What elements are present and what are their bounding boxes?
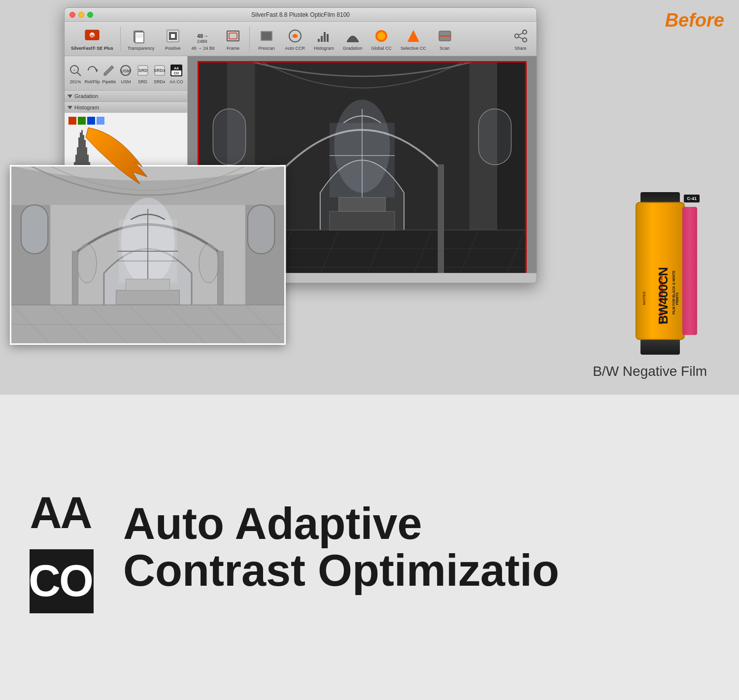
logo-top-row: AA — [30, 481, 94, 545]
positive-label: Positive — [165, 46, 181, 51]
bottom-section: AA CO Auto Adaptive Contrast Optimizatio — [0, 394, 739, 700]
svg-rect-89 — [478, 109, 511, 165]
c41-text: C-41 — [687, 196, 697, 201]
bitdepth-button[interactable]: 48→ 24Bit 48 → 24 Bit — [187, 25, 218, 53]
svg-point-22 — [377, 32, 385, 40]
srdx-button[interactable]: SRDx SRDx — [152, 63, 168, 84]
positive-button[interactable]: Positive — [159, 25, 186, 53]
bitdepth-icon: 48→ 24Bit — [194, 27, 212, 45]
pipette-label: Pipette — [102, 79, 116, 84]
prescan-button[interactable]: Prescan — [253, 25, 280, 53]
svg-point-27 — [515, 34, 519, 38]
svg-rect-15 — [262, 32, 271, 40]
svg-text:PRINTS: PRINTS — [675, 292, 679, 305]
canister-bottom — [640, 340, 680, 355]
gradation-icon — [344, 27, 362, 45]
canister-body: NOTES Kodak Professional BW400CN FILM FO… — [636, 202, 685, 340]
pipette-button[interactable]: Pipette — [101, 63, 117, 84]
svg-rect-113 — [21, 205, 48, 254]
workflow-pilot[interactable]: W SilverFast® SE Plus — [67, 25, 117, 53]
svg-rect-117 — [116, 290, 180, 305]
minimize-button[interactable] — [78, 12, 84, 18]
svg-point-130 — [199, 244, 219, 283]
auto-ccr-button[interactable]: Auto CCR — [281, 25, 309, 53]
aaco-logo: AA CO — [30, 481, 94, 613]
svg-rect-20 — [327, 34, 329, 42]
svg-rect-4 — [135, 32, 144, 43]
bw-negative-label: B/W Negative Film — [593, 364, 707, 379]
co-letters: CO — [30, 549, 94, 613]
gradation-triangle — [67, 95, 72, 98]
selective-cc-button[interactable]: Selective CC — [397, 25, 430, 53]
bw-negative-text: B/W Negative Film — [593, 364, 707, 379]
aaco-label: AA CO — [169, 79, 183, 84]
global-cc-label: Global CC — [371, 46, 392, 51]
svg-line-30 — [519, 37, 523, 39]
srd-label: SRD — [138, 79, 147, 84]
svg-rect-114 — [248, 205, 274, 254]
svg-point-129 — [77, 244, 97, 283]
after-image: After — [10, 165, 286, 345]
svg-text:SRD: SRD — [138, 68, 148, 73]
aa-letters: AA — [30, 481, 94, 545]
zoom-value: 201% — [70, 79, 81, 84]
auto-ccr-icon — [286, 27, 304, 45]
app-name-label: SilverFast® SE Plus — [71, 46, 113, 51]
svg-text:AA: AA — [174, 67, 179, 70]
gradation-button[interactable]: Gradation — [339, 25, 367, 53]
prescan-label: Prescan — [258, 46, 274, 51]
svg-marker-34 — [96, 68, 98, 72]
usm-label: USM — [121, 79, 131, 84]
maximize-button[interactable] — [87, 12, 93, 18]
rot-flip-label: Rot/Flip — [85, 79, 100, 84]
srd-button[interactable]: SRD SRD — [135, 63, 151, 84]
svg-marker-23 — [407, 30, 419, 42]
film-canister: NOTES Kodak Professional BW400CN FILM FO… — [626, 192, 695, 355]
global-cc-button[interactable]: Global CC — [367, 25, 396, 53]
svg-rect-101 — [339, 198, 386, 211]
frame-button[interactable]: Frame — [219, 25, 246, 53]
feature-description: Auto Adaptive Contrast Optimizatio — [123, 500, 709, 594]
histogram-triangle — [67, 106, 72, 109]
histogram-header[interactable]: Histogram — [65, 102, 187, 113]
close-button[interactable] — [69, 12, 75, 18]
feature-title: Auto Adaptive Contrast Optimizatio — [123, 500, 709, 594]
svg-text:NOTES: NOTES — [642, 292, 646, 305]
red-channel[interactable] — [68, 117, 76, 125]
gradation-section-label: Gradation — [74, 93, 98, 99]
scan-label: Scan — [439, 46, 450, 51]
gradation-label: Gradation — [343, 46, 363, 51]
main-toolbar: W SilverFast® SE Plus Transparency — [65, 22, 537, 56]
svg-rect-103 — [438, 165, 443, 276]
scan-icon — [436, 27, 454, 45]
rot-flip-button[interactable]: Rot/Flip — [84, 63, 100, 84]
svg-text:USM: USM — [121, 68, 131, 73]
after-church-interior — [11, 167, 284, 343]
share-icon — [512, 27, 530, 45]
feature-title-line2: Contrast Optimizatio — [123, 546, 559, 595]
film-cap — [682, 207, 697, 335]
c41-badge: C-41 — [684, 195, 700, 202]
gradation-header[interactable]: Gradation — [65, 91, 187, 101]
histogram-section-label: Histogram — [74, 104, 99, 110]
histogram-label: Histogram — [314, 46, 334, 51]
svg-text:48→: 48→ — [197, 33, 208, 39]
window-controls[interactable] — [69, 12, 93, 18]
svg-rect-9 — [171, 34, 175, 38]
share-button[interactable]: Share — [507, 25, 534, 53]
svg-rect-13 — [229, 33, 237, 39]
frame-icon — [224, 27, 242, 45]
transparency-label: Transparency — [128, 46, 155, 51]
usm-button[interactable]: USM USM — [118, 63, 134, 84]
transparency-button[interactable]: Transparency — [124, 25, 159, 53]
histogram-button[interactable]: Histogram — [310, 25, 338, 53]
aaco-button[interactable]: AA CO AA CO — [168, 63, 184, 84]
svg-rect-88 — [213, 109, 245, 165]
share-label: Share — [514, 46, 526, 51]
zoom-display: + 201% — [67, 63, 83, 84]
selective-cc-label: Selective CC — [401, 46, 426, 51]
gradation-section: Gradation — [65, 91, 187, 102]
scan-button[interactable]: Scan — [431, 25, 458, 53]
svg-point-26 — [523, 30, 527, 34]
svg-text:24Bit: 24Bit — [197, 39, 207, 44]
